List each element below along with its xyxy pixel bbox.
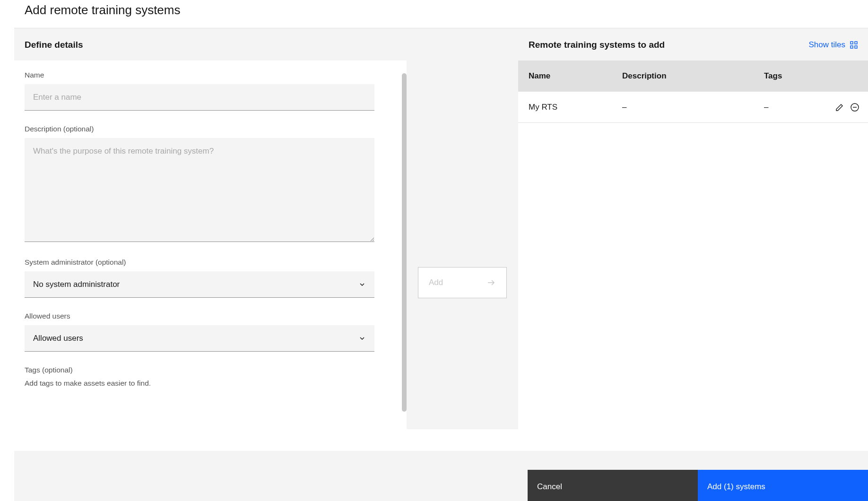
tags-helper: Add tags to make assets easier to find. <box>25 379 396 388</box>
chevron-down-icon <box>358 335 366 342</box>
tags-label: Tags (optional) <box>25 366 396 374</box>
systems-to-add-header: Remote training systems to add <box>529 40 665 50</box>
svg-rect-1 <box>855 42 857 44</box>
systems-to-add-panel: Remote training systems to add Show tile… <box>518 28 868 429</box>
allowed-users-dropdown[interactable]: Allowed users <box>25 325 374 352</box>
name-label: Name <box>25 71 396 79</box>
add-column: Add <box>407 28 518 429</box>
add-button-label: Add <box>429 278 443 287</box>
scrollbar-thumb[interactable] <box>402 73 407 412</box>
description-label: Description (optional) <box>25 125 396 133</box>
description-textarea[interactable] <box>25 138 374 242</box>
row-tags: – <box>764 103 835 112</box>
define-details-header: Define details <box>25 40 396 50</box>
svg-rect-3 <box>855 46 857 48</box>
sysadmin-label: System administrator (optional) <box>25 258 396 267</box>
show-tiles-label: Show tiles <box>809 40 845 50</box>
add-button[interactable]: Add <box>418 267 507 298</box>
page-title: Add remote training systems <box>14 3 868 17</box>
name-input[interactable] <box>25 84 374 111</box>
svg-rect-2 <box>851 46 853 48</box>
show-tiles-link[interactable]: Show tiles <box>809 40 858 50</box>
sysadmin-selected: No system administrator <box>33 280 120 289</box>
define-details-panel: Define details Name Description (optiona… <box>14 28 407 429</box>
add-systems-button[interactable]: Add (1) systems <box>698 470 868 501</box>
svg-rect-0 <box>851 42 853 44</box>
col-tags-header: Tags <box>764 71 835 81</box>
remove-icon[interactable] <box>850 103 859 112</box>
footer: Cancel Add (1) systems <box>14 451 868 501</box>
row-desc: – <box>622 103 764 112</box>
col-desc-header: Description <box>622 71 764 81</box>
cancel-button[interactable]: Cancel <box>528 470 698 501</box>
sysadmin-dropdown[interactable]: No system administrator <box>25 271 374 298</box>
arrow-right-icon <box>486 278 496 287</box>
tiles-icon <box>850 41 858 49</box>
table-row: My RTS – – <box>518 92 868 123</box>
allowed-users-selected: Allowed users <box>33 334 83 343</box>
edit-icon[interactable] <box>835 103 844 112</box>
chevron-down-icon <box>358 281 366 288</box>
row-name: My RTS <box>518 103 622 112</box>
table-header: Name Description Tags <box>518 60 868 92</box>
allowed-users-label: Allowed users <box>25 312 396 320</box>
col-name-header: Name <box>518 71 622 81</box>
